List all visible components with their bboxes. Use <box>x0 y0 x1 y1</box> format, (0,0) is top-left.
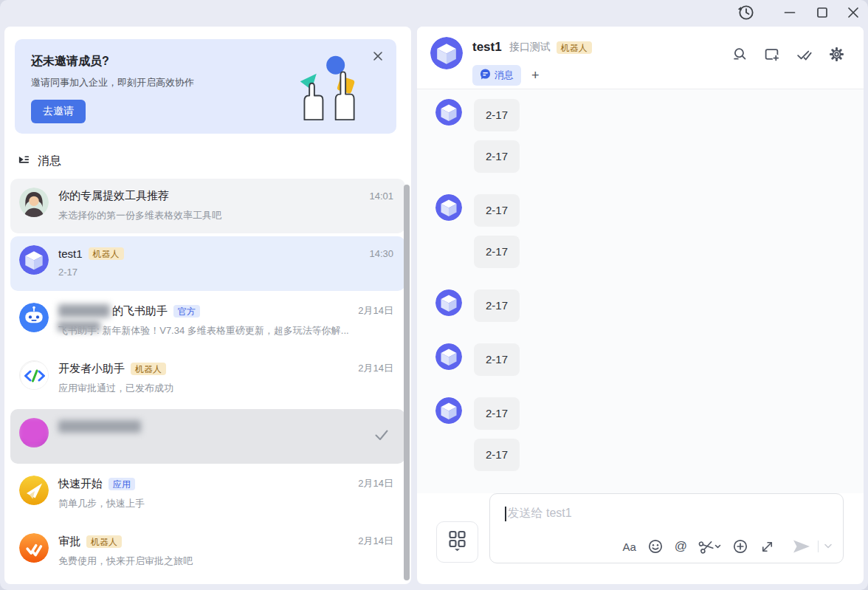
person-avatar <box>19 188 49 217</box>
conversation-time: 2月14日 <box>358 304 393 318</box>
send-options-chevron-icon[interactable] <box>824 543 833 549</box>
send-icon[interactable] <box>792 538 811 555</box>
cube-avatar[interactable] <box>435 289 462 316</box>
blue-badge: 官方 <box>173 305 200 318</box>
robot-avatar <box>19 303 49 332</box>
blue-badge: 应用 <box>108 478 135 490</box>
message-row: 2-17 <box>417 343 864 376</box>
invite-banner: 还未邀请成员? 邀请同事加入企业，即刻开启高效协作 去邀请 <box>15 39 396 134</box>
chat-header: test1 接口测试 机器人 消息 + <box>417 27 864 89</box>
conversation-time: 2月14日 <box>358 477 393 490</box>
apps-button[interactable] <box>436 521 478 563</box>
redacted-name-prefix <box>58 304 110 318</box>
message-row: 2-17 <box>417 397 864 430</box>
messages-section-title: 消息 <box>38 154 61 169</box>
minimize-button[interactable] <box>779 4 800 24</box>
conversation-item[interactable] <box>10 409 405 464</box>
conversation-list: 你的专属提效工具推荐14:01来选择你的第一份多维表格效率工具吧test1机器人… <box>10 179 405 582</box>
message-row: 2-17 <box>417 439 864 471</box>
chat-subtitle: 接口测试 <box>509 41 551 54</box>
window-titlebar <box>0 0 868 27</box>
conversation-item[interactable]: 的飞书助手官方2月14日飞书助手: 新年新体验！V7.34 多维表格重磅更新，超… <box>10 294 405 349</box>
conversation-time: 14:30 <box>369 248 393 259</box>
tab-messages[interactable]: 消息 <box>472 65 521 86</box>
invite-button[interactable]: 去邀请 <box>31 100 86 123</box>
add-tab-button[interactable]: + <box>531 69 540 82</box>
message-row: 2-17 <box>417 194 864 227</box>
blurred-avatar <box>19 418 49 447</box>
conversation-name: test1 <box>58 247 83 260</box>
app-window: 还未邀请成员? 邀请同事加入企业，即刻开启高效协作 去邀请 <box>0 0 868 590</box>
close-button[interactable] <box>843 4 864 24</box>
message-bubble[interactable]: 2-17 <box>474 194 520 227</box>
robot-badge: 机器人 <box>131 363 166 375</box>
message-bubble[interactable]: 2-17 <box>474 99 520 131</box>
conversation-name: 开发者小助手 <box>58 362 125 376</box>
robot-badge: 机器人 <box>86 535 122 548</box>
redacted-name <box>58 420 141 433</box>
conversation-name: 快速开始 <box>58 477 103 491</box>
text-caret <box>505 507 506 521</box>
conversation-item[interactable]: test1机器人14:302-17 <box>10 236 405 291</box>
robot-badge: 机器人 <box>89 247 124 260</box>
double-check-icon[interactable] <box>796 46 813 63</box>
cube-avatar[interactable] <box>435 99 462 126</box>
gear-icon[interactable] <box>829 47 844 62</box>
code-avatar <box>19 360 49 390</box>
cube-avatar[interactable] <box>435 194 462 221</box>
history-icon <box>737 3 756 25</box>
redacted-block <box>58 321 100 332</box>
message-row: 2-17 <box>417 289 864 322</box>
conversation-time: 2月14日 <box>358 535 393 548</box>
plus-circle-icon[interactable] <box>732 538 748 555</box>
conversation-item[interactable]: 开发者小助手机器人2月14日应用审批通过，已发布成功 <box>10 351 405 406</box>
conversation-preview: 2-17 <box>58 267 393 278</box>
message-composer: 发送给 test1 Aa @ <box>489 493 844 563</box>
expand-icon[interactable] <box>760 539 775 555</box>
history-button[interactable] <box>736 4 757 24</box>
conversation-name: 你的专属提效工具推荐 <box>58 189 169 203</box>
banner-close-icon[interactable] <box>371 49 385 66</box>
message-bubble[interactable]: 2-17 <box>474 236 520 268</box>
composer-toolbar: Aa @ <box>622 538 833 555</box>
robot-badge: 机器人 <box>557 41 592 54</box>
sidebar-panel: 还未邀请成员? 邀请同事加入企业，即刻开启高效协作 去邀请 <box>4 27 411 584</box>
emoji-icon[interactable] <box>647 538 664 555</box>
chat-title: test1 <box>472 40 502 55</box>
message-row: 2-17 <box>417 99 864 131</box>
conversation-time: 14:01 <box>369 191 393 202</box>
conversation-item[interactable]: 你的专属提效工具推荐14:01来选择你的第一份多维表格效率工具吧 <box>10 179 405 233</box>
close-icon <box>844 4 862 24</box>
conversation-preview: 简单几步，快速上手 <box>58 497 393 510</box>
minimize-icon <box>781 4 799 24</box>
format-button[interactable]: Aa <box>622 541 636 553</box>
message-row: 2-17 <box>417 236 864 268</box>
message-row: 2-17 <box>417 140 864 173</box>
messages-section-header[interactable]: 消息 <box>18 154 61 169</box>
rocket-avatar <box>19 476 49 505</box>
conversation-item[interactable]: 快速开始应用2月14日简单几步，快速上手 <box>10 467 405 521</box>
check-icon <box>374 428 389 445</box>
add-window-icon[interactable] <box>764 47 779 62</box>
scissors-icon[interactable] <box>698 538 721 555</box>
cube-avatar[interactable] <box>435 397 462 424</box>
sidebar-scrollbar[interactable] <box>404 185 410 580</box>
conversation-item[interactable]: 审批机器人2月14日免费使用，快来开启审批之旅吧 <box>10 524 405 579</box>
message-bubble[interactable]: 2-17 <box>474 140 520 173</box>
message-bubble[interactable]: 2-17 <box>474 289 520 322</box>
message-input[interactable]: 发送给 test1 <box>505 506 831 521</box>
cube-avatar[interactable] <box>435 343 462 370</box>
tab-messages-label: 消息 <box>495 69 514 82</box>
search-icon[interactable] <box>732 47 748 62</box>
message-bubble[interactable]: 2-17 <box>474 397 520 430</box>
conversation-preview: 应用审批通过，已发布成功 <box>58 382 393 395</box>
message-list: 2-172-172-172-172-172-172-172-17 <box>417 89 864 493</box>
message-bubble[interactable]: 2-17 <box>474 439 520 471</box>
hands-illustration <box>294 52 365 125</box>
send-divider <box>818 541 819 552</box>
maximize-button[interactable] <box>812 4 833 24</box>
chat-avatar[interactable] <box>430 37 463 69</box>
message-bubble[interactable]: 2-17 <box>474 343 520 376</box>
conversation-name: 的飞书助手 <box>112 304 168 318</box>
mention-button[interactable]: @ <box>675 539 687 554</box>
